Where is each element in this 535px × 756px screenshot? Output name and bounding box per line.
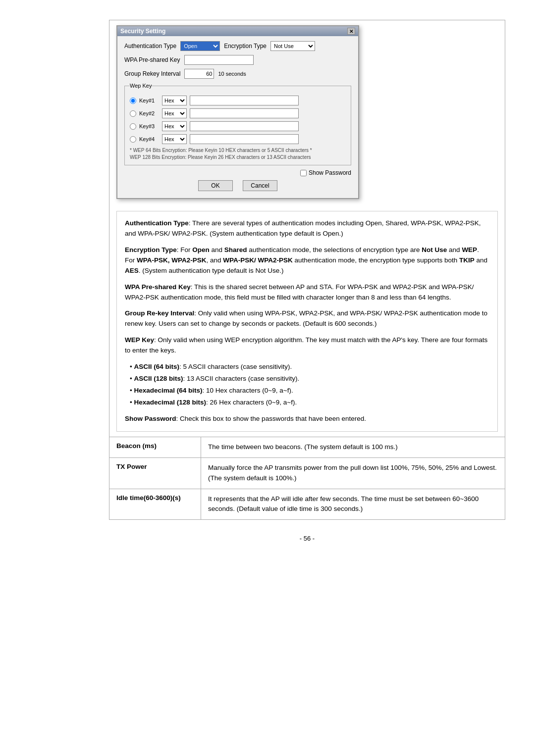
wep-key-text: : Only valid when using WEP encryption a… bbox=[125, 336, 487, 354]
enc-type-paragraph: Encryption Type: For Open and Shared aut… bbox=[125, 245, 489, 276]
group-rekey-row: Group Rekey Interval 10 seconds bbox=[124, 69, 351, 79]
show-password-label: Show Password bbox=[309, 169, 351, 176]
enc-aes: AES bbox=[125, 267, 139, 274]
enc-type-select[interactable]: Not Use bbox=[270, 41, 315, 51]
bullet3-item: Hexadecimal (64 bits): 10 Hex characters… bbox=[130, 386, 489, 396]
wep-key2-row: Key#2 Hex bbox=[130, 108, 346, 118]
idletime-term: Idle time(60-3600)(s) bbox=[116, 494, 181, 502]
wpa-key-heading: WPA Pre-shared Key bbox=[125, 283, 191, 291]
dialog-titlebar: Security Setting ✕ bbox=[117, 26, 358, 36]
wpa-key-row: WPA Pre-shared Key bbox=[124, 55, 351, 65]
content-area: Security Setting ✕ Authentication Type bbox=[109, 20, 505, 542]
enc-tkip: TKIP bbox=[459, 256, 475, 264]
bullet4-text: : 26 Hex characters (0~9, a~f). bbox=[206, 399, 297, 406]
auth-type-paragraph: Authentication Type: There are several t… bbox=[125, 218, 489, 239]
group-rekey-label: Group Rekey Interval bbox=[124, 70, 180, 77]
bullet3-text: : 10 Hex characters (0~9, a~f). bbox=[203, 387, 293, 394]
wpa-key-paragraph: WPA Pre-shared Key: This is the shared s… bbox=[125, 282, 489, 303]
txpower-term-cell: TX Power bbox=[109, 457, 201, 489]
idletime-definition: It represents that the AP will idle afte… bbox=[208, 495, 479, 513]
security-setting-cell: Security Setting ✕ Authentication Type bbox=[109, 20, 505, 437]
key3-radio[interactable] bbox=[130, 123, 136, 130]
auth-type-heading: Authentication Type bbox=[125, 219, 189, 227]
bullet2-item: ASCII (128 bits): 13 ASCII characters (c… bbox=[130, 374, 489, 384]
beacon-definition: The time between two beacons. (The syste… bbox=[208, 443, 398, 451]
txpower-definition: Manually force the AP transmits power fr… bbox=[208, 464, 497, 482]
ok-button[interactable]: OK bbox=[198, 180, 233, 191]
security-setting-dialog: Security Setting ✕ Authentication Type bbox=[116, 25, 359, 199]
key2-label: Key#2 bbox=[139, 110, 159, 116]
enc-shared: Shared bbox=[224, 246, 247, 253]
description-block: Authentication Type: There are several t… bbox=[116, 211, 498, 432]
key1-type-select[interactable]: Hex bbox=[162, 96, 187, 105]
show-pw-text: : Check this box to show the passwords t… bbox=[176, 415, 366, 422]
wep-key-heading: WEP Key bbox=[125, 336, 154, 344]
dialog-close-button[interactable]: ✕ bbox=[347, 28, 355, 35]
wep-key1-row: Key#1 Hex bbox=[130, 96, 346, 105]
key3-label: Key#3 bbox=[139, 123, 159, 129]
page-number: - 56 - bbox=[109, 535, 505, 542]
bullet2-text: : 13 ASCII characters (case sensitivity)… bbox=[183, 375, 300, 382]
idletime-def-cell: It represents that the AP will idle afte… bbox=[201, 489, 505, 520]
key3-value-input[interactable] bbox=[190, 121, 299, 131]
key4-radio[interactable] bbox=[130, 136, 136, 143]
enc-type-label: Encryption Type bbox=[224, 43, 267, 50]
beacon-def-cell: The time between two beacons. (The syste… bbox=[201, 437, 505, 457]
group-rekey-paragraph: Group Re-key Interval: Only valid when u… bbox=[125, 308, 489, 329]
auth-type-select[interactable]: Open bbox=[180, 41, 220, 51]
wpa-key-label: WPA Pre-shared Key bbox=[124, 56, 180, 63]
wep-key4-row: Key#4 Hex bbox=[130, 134, 346, 144]
enc-notuse: Not Use bbox=[422, 246, 447, 253]
group-rekey-input[interactable] bbox=[184, 69, 214, 79]
enc-open: Open bbox=[192, 246, 210, 253]
txpower-term: TX Power bbox=[116, 463, 147, 470]
dialog-body: Authentication Type Open Encryption Type… bbox=[117, 36, 358, 198]
group-rekey-heading: Group Re-key Interval bbox=[125, 309, 194, 317]
bullet1-text: : 5 ASCII characters (case sensitivity). bbox=[179, 363, 292, 370]
dialog-title: Security Setting bbox=[120, 28, 165, 35]
key1-label: Key#1 bbox=[139, 98, 159, 103]
key1-value-input[interactable] bbox=[190, 96, 299, 105]
key3-type-select[interactable]: Hex bbox=[162, 121, 187, 131]
enc-wpawpa2: WPA-PSK/ WPA2-PSK bbox=[223, 256, 293, 264]
seconds-label: 10 seconds bbox=[218, 71, 246, 77]
enc-type-heading: Encryption Type bbox=[125, 246, 177, 253]
enc-type-text: : For Open and Shared authentication mod… bbox=[125, 246, 487, 274]
wep-key-group: Wep Key Key#1 Hex bbox=[124, 83, 351, 165]
wep-key-paragraph: WEP Key: Only valid when using WEP encry… bbox=[125, 335, 489, 356]
bullet2-term: ASCII (128 bits) bbox=[134, 375, 183, 382]
show-password-row: Show Password bbox=[124, 169, 351, 176]
key4-value-input[interactable] bbox=[190, 134, 299, 144]
enc-wpa2psk: WPA2-PSK bbox=[171, 256, 206, 264]
beacon-term: Beacon (ms) bbox=[116, 442, 157, 450]
wep-key-legend: Wep Key bbox=[130, 83, 152, 89]
beacon-term-cell: Beacon (ms) bbox=[109, 437, 201, 457]
show-pw-paragraph: Show Password: Check this box to show th… bbox=[125, 414, 489, 424]
enc-wpapsk: WPA-PSK, bbox=[137, 256, 170, 264]
show-password-checkbox[interactable] bbox=[300, 170, 307, 176]
bullet1-item: ASCII (64 bits): 5 ASCII characters (cas… bbox=[130, 362, 489, 372]
wep-key3-row: Key#3 Hex bbox=[130, 121, 346, 131]
wep-note: * WEP 64 Bits Encryption: Please Keyin 1… bbox=[130, 147, 346, 161]
enc-wep: WEP bbox=[462, 246, 477, 253]
key2-type-select[interactable]: Hex bbox=[162, 108, 187, 118]
wep-bullet-list: ASCII (64 bits): 5 ASCII characters (cas… bbox=[130, 362, 489, 408]
key4-type-select[interactable]: Hex bbox=[162, 134, 187, 144]
wpa-key-input[interactable] bbox=[184, 55, 254, 65]
bullet1-term: ASCII (64 bits) bbox=[134, 363, 179, 370]
auth-type-label: Authentication Type bbox=[124, 43, 176, 50]
key1-radio[interactable] bbox=[130, 98, 136, 104]
main-table: Security Setting ✕ Authentication Type bbox=[109, 20, 505, 520]
idletime-term-cell: Idle time(60-3600)(s) bbox=[109, 489, 201, 520]
page: Security Setting ✕ Authentication Type bbox=[0, 0, 535, 756]
cancel-button[interactable]: Cancel bbox=[243, 180, 277, 191]
txpower-def-cell: Manually force the AP transmits power fr… bbox=[201, 457, 505, 489]
dialog-buttons: OK Cancel bbox=[124, 180, 351, 191]
key2-radio[interactable] bbox=[130, 110, 136, 117]
key2-value-input[interactable] bbox=[190, 108, 299, 118]
bullet4-item: Hexadecimal (128 bits): 26 Hex character… bbox=[130, 398, 489, 408]
show-pw-heading: Show Password bbox=[125, 415, 176, 422]
key4-label: Key#4 bbox=[139, 136, 159, 142]
bullet4-term: Hexadecimal (128 bits) bbox=[134, 399, 206, 406]
wep-note-line1: * WEP 64 Bits Encryption: Please Keyin 1… bbox=[130, 147, 346, 154]
